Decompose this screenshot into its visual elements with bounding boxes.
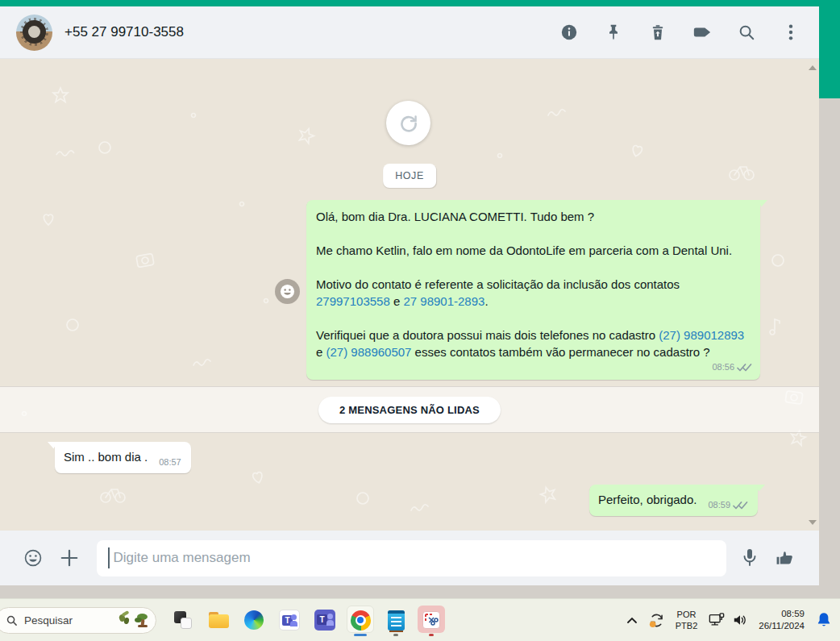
- double-check-icon: [733, 501, 748, 510]
- whatsapp-chat-window: +55 27 99710-3558: [0, 6, 819, 585]
- info-icon[interactable]: [559, 23, 579, 42]
- chrome-icon: [351, 610, 371, 631]
- system-tray: POR PTB2 08:59 26/11/2024: [626, 608, 840, 632]
- date-divider: HOJE: [383, 164, 436, 188]
- search-placeholder: Pesquisar: [24, 614, 73, 626]
- chrome-button[interactable]: [343, 602, 377, 638]
- taskbar-clock[interactable]: 08:59 26/11/2024: [759, 608, 805, 632]
- taskbar-app-icons: T T: [166, 602, 448, 638]
- attach-plus-icon[interactable]: [60, 548, 79, 568]
- tray-time: 08:59: [759, 608, 805, 620]
- language-line2: PTB2: [676, 620, 698, 631]
- phone-link[interactable]: 27 98901-2893: [403, 294, 484, 308]
- right-accent-strip: [819, 0, 840, 98]
- microphone-icon[interactable]: [740, 548, 759, 568]
- double-check-icon: [737, 363, 752, 373]
- label-icon[interactable]: [692, 23, 712, 42]
- whatsapp-desktop-screen: +55 27 99710-3558: [0, 0, 840, 641]
- header-actions: [559, 23, 819, 42]
- file-explorer-icon: [209, 612, 229, 628]
- emoji-icon[interactable]: [23, 548, 43, 568]
- unread-messages-label: 2 MENSAGENS NÃO LIDAS: [318, 397, 501, 423]
- message-time: 08:56: [712, 359, 734, 376]
- chevron-up-icon[interactable]: [626, 617, 638, 624]
- notification-bell-icon[interactable]: [816, 611, 832, 629]
- phone-link[interactable]: (27) 989012893: [659, 328, 744, 342]
- teams-work-icon: T: [279, 610, 300, 631]
- windows-taskbar: Pesquisar T T: [0, 598, 840, 641]
- window-accent-bar: [0, 0, 840, 6]
- notepad-icon: [388, 610, 405, 631]
- text-caret: [108, 547, 110, 568]
- chat-message-area: HOJE Olá, bom dia Dra. LUCIANA COMETTI. …: [0, 59, 819, 531]
- edge-icon: [244, 610, 264, 630]
- edge-button[interactable]: [237, 602, 271, 638]
- search-icon[interactable]: [737, 23, 756, 42]
- teams-work-button[interactable]: T: [272, 602, 306, 638]
- delete-icon[interactable]: [648, 23, 667, 42]
- file-explorer-button[interactable]: [202, 602, 235, 638]
- pin-icon[interactable]: [604, 23, 623, 42]
- network-icon[interactable]: [708, 612, 726, 628]
- search-icon: [6, 614, 18, 626]
- chat-header: +55 27 99710-3558: [0, 6, 819, 59]
- message-text: Sim .. bom dia .: [64, 448, 148, 465]
- message-text: Perfeito, obrigado.: [598, 491, 697, 508]
- message-meta: 08:59: [708, 497, 748, 514]
- contact-phone-number: +55 27 99710-3558: [64, 24, 184, 40]
- unread-messages-divider: 2 MENSAGENS NÃO LIDAS: [0, 386, 819, 433]
- message-time: 08:57: [159, 454, 181, 471]
- sync-older-messages-button[interactable]: [386, 101, 430, 145]
- scrollbar-down-arrow[interactable]: [809, 520, 817, 525]
- message-outgoing-short: Perfeito, obrigado. 08:59: [589, 485, 758, 516]
- language-line1: POR: [676, 609, 698, 620]
- task-view-icon: [174, 611, 192, 629]
- phone-link[interactable]: (27) 988960507: [326, 345, 412, 359]
- message-text: Verifiquei que a doutora possui mais doi…: [316, 328, 659, 342]
- snipping-tool-button[interactable]: [414, 602, 448, 638]
- tray-date: 26/11/2024: [759, 620, 805, 632]
- message-composer: Digite uma mensagem: [0, 531, 819, 585]
- language-indicator[interactable]: POR PTB2: [676, 609, 698, 632]
- teams-classic-icon: T: [314, 610, 335, 631]
- message-text: Olá, bom dia Dra. LUCIANA COMETTI. Tudo …: [316, 210, 594, 223]
- taskbar-search[interactable]: Pesquisar: [0, 607, 156, 634]
- notepad-button[interactable]: [379, 602, 413, 638]
- message-incoming: Sim .. bom dia . 08:57: [55, 442, 191, 473]
- volume-icon[interactable]: [732, 613, 748, 627]
- snipping-tool-icon: [422, 611, 440, 629]
- sync-icon[interactable]: [648, 612, 665, 629]
- message-input[interactable]: Digite uma mensagem: [97, 540, 726, 576]
- message-outgoing-long: Olá, bom dia Dra. LUCIANA COMETTI. Tudo …: [306, 200, 760, 380]
- search-highlight-art: [118, 612, 151, 628]
- message-text: Me chamo Ketlin, falo em nome da OdontoL…: [316, 243, 732, 257]
- teams-classic-button[interactable]: T: [308, 602, 342, 638]
- message-meta: 08:56: [712, 359, 752, 376]
- message-input-placeholder: Digite uma mensagem: [114, 550, 251, 566]
- scrollbar-up-arrow[interactable]: [809, 65, 817, 70]
- react-emoji-button[interactable]: [275, 279, 300, 304]
- kebab-menu-icon[interactable]: [781, 23, 800, 42]
- message-text: Motivo do contato é referente a solicita…: [316, 277, 680, 291]
- contact-avatar[interactable]: [16, 15, 52, 51]
- message-time: 08:59: [708, 497, 730, 514]
- thumbs-up-icon[interactable]: [775, 548, 794, 568]
- phone-link[interactable]: 27997103558: [316, 294, 390, 308]
- task-view-button[interactable]: [166, 602, 200, 638]
